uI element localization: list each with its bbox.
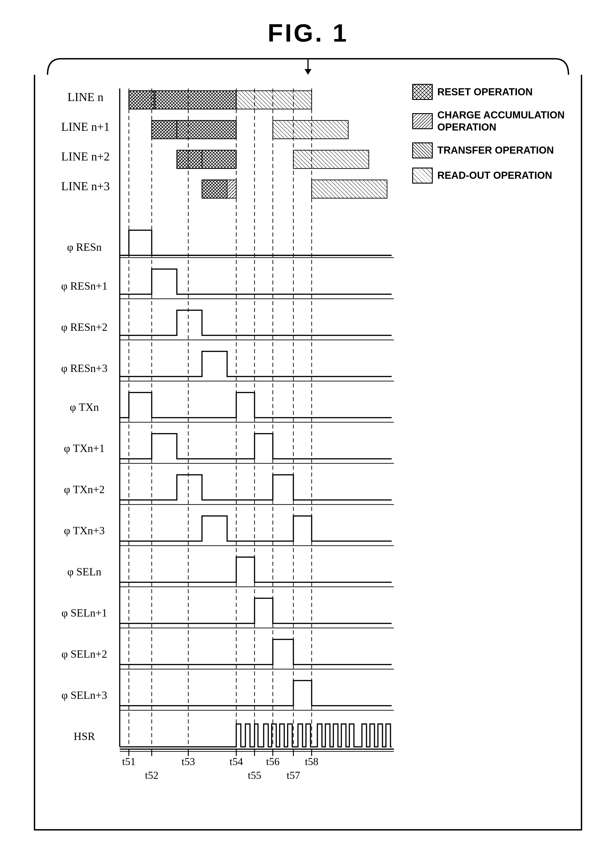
top-brace-svg [34,57,582,75]
time-label-t52: t52 [145,769,159,781]
wave-phi-txn1 [120,434,391,459]
legend-box-charge [412,113,433,129]
wave-phi-seln3 [120,681,391,706]
time-label-t51: t51 [122,756,136,767]
wave-phi-resn2 [120,310,391,336]
figure-title: FIG. 1 [267,18,349,47]
time-label-t54: t54 [229,756,243,767]
wave-hsr [120,724,391,747]
legend-readout: READ-OUT OPERATION [412,167,567,184]
time-label-t58: t58 [305,756,319,767]
time-label-t57: t57 [287,769,300,781]
label-line-n: LINE n [68,91,103,104]
label-phi-txn: φ TXn [70,401,99,413]
line-n-readout [236,91,312,109]
wave-phi-txn [120,392,391,417]
label-phi-resn3: φ RESn+3 [61,362,108,374]
legend-box-reset [412,84,433,100]
line-n1-transfer [177,120,236,139]
main-content: LINE n LINE n+1 [34,75,582,830]
label-phi-resn2: φ RESn+2 [61,321,108,333]
wave-phi-seln2 [120,640,391,665]
svg-marker-1 [305,69,311,75]
wave-phi-resn1 [120,269,391,294]
label-phi-resn1: φ RESn+1 [61,280,108,292]
line-n3-readout [312,180,387,198]
line-n-transfer [154,91,236,109]
label-line-n2: LINE n+2 [61,150,110,163]
page-container: FIG. 1 [0,0,616,868]
wave-phi-resn3 [120,351,391,377]
label-phi-seln3: φ SELn+3 [61,689,107,701]
brace-container: LINE n LINE n+1 [34,57,582,830]
label-phi-txn1: φ TXn+1 [64,442,105,454]
legend-label-charge: CHARGE ACCUMULATION OPERATION [437,109,567,133]
legend-reset: RESET OPERATION [412,84,567,100]
legend-label-transfer: TRANSFER OPERATION [437,144,554,156]
timing-area: LINE n LINE n+1 [49,84,403,815]
time-label-t53: t53 [182,756,195,767]
label-line-n1: LINE n+1 [61,120,110,133]
label-phi-resn: φ RESn [67,241,102,253]
label-phi-seln: φ SELn [67,566,101,578]
label-phi-seln2: φ SELn+2 [61,648,107,660]
wave-phi-resn [120,230,391,255]
legend-label-readout: READ-OUT OPERATION [437,169,552,181]
wave-phi-txn2 [120,475,391,500]
wave-phi-seln [120,557,391,582]
legend-box-readout [412,167,433,184]
timing-diagram-svg: LINE n LINE n+1 [49,84,403,815]
legend-transfer: TRANSFER OPERATION [412,142,567,158]
line-n1-readout [273,120,348,139]
label-phi-seln1: φ SELn+1 [61,607,107,619]
label-phi-txn3: φ TXn+3 [64,525,105,537]
time-label-t56: t56 [266,756,280,767]
legend-label-reset: RESET OPERATION [437,86,533,98]
line-n2-transfer [202,150,236,169]
wave-phi-txn3 [120,516,391,541]
legend-box-transfer [412,142,433,158]
label-phi-txn2: φ TXn+2 [64,483,105,495]
time-label-t55: t55 [248,769,261,781]
legend-area: RESET OPERATION CHARGE ACCUMULATION OPER… [403,84,567,815]
line-n3-charge [202,180,236,198]
legend-charge: CHARGE ACCUMULATION OPERATION [412,109,567,133]
line-n2-readout [293,150,369,169]
label-line-n3: LINE n+3 [61,180,110,193]
wave-phi-seln1 [120,598,391,624]
label-hsr: HSR [74,730,95,742]
